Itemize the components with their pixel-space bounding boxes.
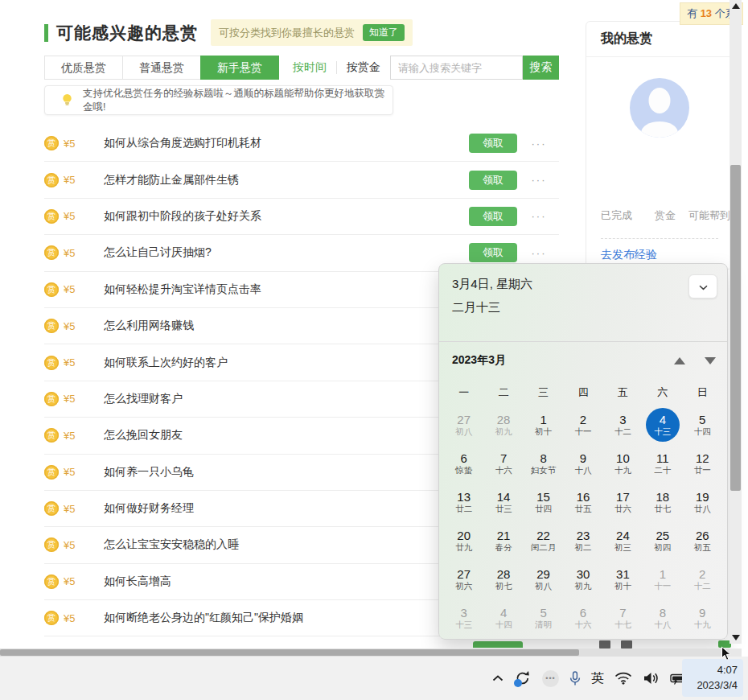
calendar-day-cell[interactable]: 13廿二 (444, 483, 483, 521)
tray-app-icon[interactable]: ••• (542, 670, 559, 687)
calendar-day-cell[interactable]: 31初十 (603, 560, 643, 599)
calendar-day-cell[interactable]: 7十六 (483, 444, 523, 483)
search-input[interactable] (390, 56, 523, 80)
wifi-icon[interactable] (614, 672, 632, 685)
tab-newbie-bounty[interactable]: 新手悬赏 (200, 56, 279, 80)
horizontal-scrollbar-thumb[interactable] (0, 649, 579, 656)
month-down-icon[interactable] (705, 357, 716, 364)
page-header: 可能感兴趣的悬赏 可按分类找到你最擅长的悬赏 知道了 (44, 19, 413, 46)
more-options-button[interactable]: ··· (527, 174, 551, 186)
calendar-day-cell[interactable]: 24初三 (603, 521, 643, 560)
day-number: 20 (457, 529, 471, 542)
calendar-day-cell[interactable]: 2十一 (563, 406, 602, 444)
calendar-collapse-button[interactable] (688, 274, 717, 299)
calendar-day-cell[interactable]: 3十二 (603, 406, 643, 444)
speaker-icon[interactable] (643, 671, 660, 686)
task-title[interactable]: 如何跟初中阶段的孩子处好关系 (104, 209, 469, 224)
scroll-down-icon[interactable] (732, 635, 740, 640)
task-title[interactable]: 如何做好财务经理 (104, 501, 469, 516)
calendar-day-cell[interactable]: 5清明 (524, 599, 563, 637)
task-title[interactable]: 怎么让自己讨厌抽烟? (104, 245, 469, 260)
calendar-day-cell[interactable]: 14廿三 (483, 483, 523, 521)
calendar-day-cell[interactable]: 6十六 (563, 599, 602, 637)
task-title[interactable]: 如何联系上次约好的客户 (104, 356, 469, 370)
microphone-icon[interactable] (569, 671, 581, 686)
task-title[interactable]: 怎么让宝宝安安稳稳的入睡 (104, 537, 469, 552)
task-title[interactable]: 如何从综合角度选购打印机耗材 (104, 136, 469, 150)
tip-ok-button[interactable]: 知道了 (363, 24, 405, 41)
sort-by-time[interactable]: 按时间 (293, 60, 327, 75)
search-button[interactable]: 搜索 (523, 56, 559, 80)
claim-button[interactable]: 领取 (469, 171, 517, 190)
sort-by-reward[interactable]: 按赏金 (347, 60, 380, 75)
task-title[interactable]: 怎么挽回女朋友 (104, 428, 469, 443)
calendar-day-cell[interactable]: 18廿七 (643, 483, 682, 521)
calendar-day-cell[interactable]: 11二十 (643, 444, 682, 483)
more-options-button[interactable]: ··· (527, 138, 551, 150)
calendar-day-cell[interactable]: 9十九 (683, 599, 722, 637)
claim-button[interactable]: 领取 (469, 207, 517, 226)
calendar-day-cell[interactable]: 2十二 (683, 560, 722, 599)
calendar-day-cell[interactable]: 7十七 (603, 599, 643, 637)
taskbar-clock[interactable]: 4:07 2023/3/4 (682, 659, 743, 697)
calendar-day-cell[interactable]: 3十三 (444, 599, 483, 637)
calendar-day-cell[interactable]: 22闰二月 (524, 521, 563, 560)
stat-reward[interactable]: 赏金 (655, 208, 676, 223)
calendar-day-cell[interactable]: 10十九 (603, 444, 643, 483)
tab-quality-bounty[interactable]: 优质悬赏 (44, 56, 123, 80)
tab-normal-bounty[interactable]: 普通悬赏 (122, 56, 201, 80)
month-up-icon[interactable] (674, 357, 685, 364)
calendar-day-cell[interactable]: 26初五 (683, 521, 722, 560)
calendar-day-cell[interactable]: 9十八 (563, 444, 602, 483)
sync-icon[interactable] (514, 669, 532, 687)
calendar-day-cell[interactable]: 28初九 (483, 406, 523, 444)
day-number: 14 (497, 490, 511, 504)
calendar-day-cell[interactable]: 27初六 (444, 560, 483, 599)
calendar-day-cell[interactable]: 27初八 (444, 406, 483, 444)
day-lunar-label: 初十 (614, 581, 631, 591)
claim-button[interactable]: 领取 (469, 243, 517, 262)
calendar-day-cell[interactable]: 19廿八 (683, 483, 722, 521)
task-title[interactable]: 怎么找理财客户 (104, 392, 469, 406)
calendar-day-cell[interactable]: 5十四 (683, 406, 722, 444)
vertical-scrollbar-thumb[interactable] (730, 165, 741, 491)
calendar-day-cell[interactable]: 4十四 (483, 599, 523, 637)
calendar-day-cell[interactable]: 21春分 (483, 521, 523, 560)
task-title[interactable]: 怎样才能防止金属部件生锈 (104, 173, 469, 187)
calendar-day-cell[interactable]: 29初八 (524, 560, 563, 599)
calendar-day-selected[interactable]: 4十三 (643, 406, 682, 444)
notice-close-icon[interactable]: × (378, 88, 385, 100)
system-tray: ••• 英 (492, 657, 689, 700)
panel-stats: 已完成 赏金 可能帮到的 (601, 208, 730, 223)
claim-button[interactable]: 领取 (469, 134, 517, 153)
calendar-day-cell[interactable]: 16廿五 (563, 483, 602, 521)
calendar-day-cell[interactable]: 30初九 (563, 560, 602, 599)
calendar-day-cell[interactable]: 28初七 (483, 560, 523, 599)
calendar-day-cell[interactable]: 8十八 (643, 599, 682, 637)
calendar-day-cell[interactable]: 6惊蛰 (444, 444, 483, 483)
publish-experience-link[interactable]: 去发布经验 (601, 248, 657, 262)
more-options-button[interactable]: ··· (527, 210, 551, 222)
task-title[interactable]: 如何养一只小乌龟 (104, 465, 469, 480)
day-lunar-label: 初八 (455, 426, 472, 437)
calendar-day-cell[interactable]: 1十一 (643, 560, 682, 599)
show-hidden-icons-chevron[interactable] (492, 675, 503, 681)
calendar-day-cell[interactable]: 12廿一 (683, 444, 722, 483)
task-title[interactable]: 如何轻松提升淘宝详情页点击率 (104, 282, 469, 297)
calendar-day-cell[interactable]: 8妇女节 (524, 444, 563, 483)
more-options-button[interactable]: ··· (527, 247, 551, 259)
calendar-day-cell[interactable]: 1初十 (524, 406, 563, 444)
stat-completed[interactable]: 已完成 (601, 208, 632, 223)
task-title[interactable]: 怎么利用网络赚钱 (104, 319, 469, 333)
calendar-month-label[interactable]: 2023年3月 (452, 353, 506, 368)
calendar-day-cell[interactable]: 25初四 (643, 521, 682, 560)
task-title[interactable]: 如何断绝老公身边的"红颜知己"保护婚姻 (104, 611, 469, 625)
scroll-up-icon[interactable] (732, 3, 740, 9)
stat-may-help[interactable]: 可能帮到的 (688, 208, 730, 223)
ime-language-indicator[interactable]: 英 (591, 670, 604, 687)
calendar-day-cell[interactable]: 17廿六 (603, 483, 643, 521)
calendar-day-cell[interactable]: 15廿四 (524, 483, 563, 521)
calendar-day-cell[interactable]: 20廿九 (444, 521, 483, 560)
task-title[interactable]: 如何长高增高 (104, 574, 469, 589)
calendar-day-cell[interactable]: 23初二 (563, 521, 602, 560)
